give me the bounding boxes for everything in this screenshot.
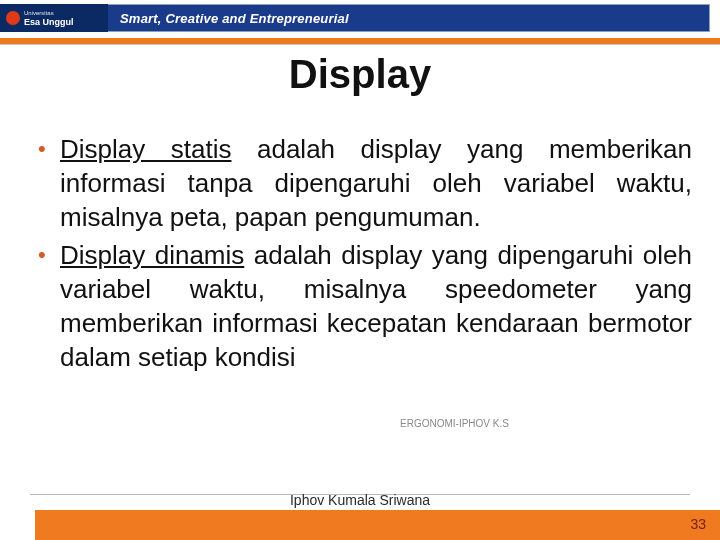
- body: • Display statis adalah display yang mem…: [38, 132, 692, 378]
- list-item: • Display dinamis adalah display yang di…: [38, 238, 692, 374]
- list-text: Display dinamis adalah display yang dipe…: [60, 238, 692, 374]
- page-title: Display: [0, 52, 720, 97]
- footer-notch: [0, 510, 35, 540]
- logo-text: Universitas Esa Unggul: [24, 9, 74, 27]
- list-text: Display statis adalah display yang membe…: [60, 132, 692, 234]
- credit-text: ERGONOMI-IPHOV K.S: [400, 418, 509, 429]
- header-divider: [0, 44, 720, 45]
- logo: Universitas Esa Unggul: [0, 4, 108, 32]
- slide: Universitas Esa Unggul Smart, Creative a…: [0, 0, 720, 540]
- header: Universitas Esa Unggul Smart, Creative a…: [0, 0, 720, 40]
- logo-name: Esa Unggul: [24, 17, 74, 27]
- bullet-icon: •: [38, 132, 60, 234]
- footer-bar: [0, 510, 720, 540]
- list-item: • Display statis adalah display yang mem…: [38, 132, 692, 234]
- bullet-icon: •: [38, 238, 60, 374]
- logo-univ: Universitas: [24, 9, 74, 18]
- page-number: 33: [690, 516, 706, 532]
- footer-author: Iphov Kumala Sriwana: [0, 492, 720, 508]
- logo-icon: [6, 11, 20, 25]
- tagline: Smart, Creative and Entrepreneurial: [120, 4, 349, 32]
